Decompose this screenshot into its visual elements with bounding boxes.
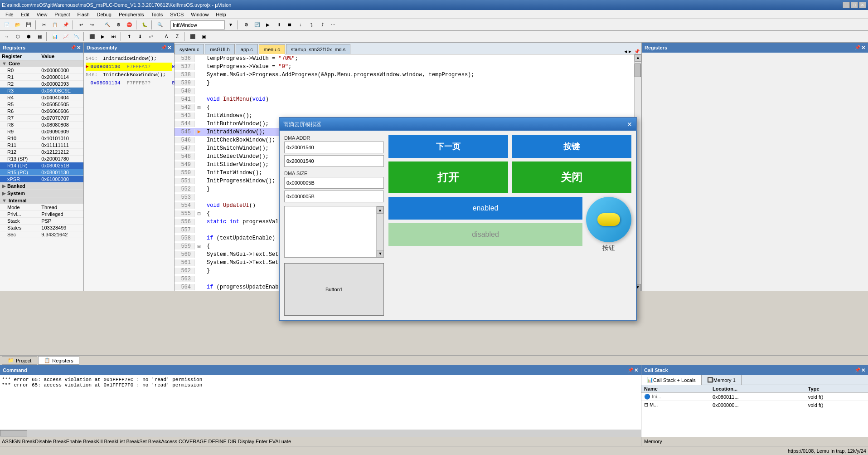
tab-app-c[interactable]: app.c: [236, 44, 258, 54]
scroll-thumb[interactable]: [635, 64, 641, 77]
tb2-13[interactable]: ⇄: [146, 32, 156, 41]
menu-edit[interactable]: Edit: [17, 11, 33, 18]
toggle-switch[interactable]: [586, 197, 631, 242]
right-panel-close[interactable]: ✕: [861, 45, 865, 51]
close-btn-sim[interactable]: 关闭: [512, 161, 631, 193]
tb-sep-2: [73, 20, 74, 29]
tb2-15[interactable]: Z: [172, 32, 182, 41]
tab-memory-1[interactable]: 🔲 Memory 1: [702, 375, 742, 385]
keys-btn[interactable]: 按键: [512, 135, 631, 158]
tb-open[interactable]: 📂: [13, 20, 23, 29]
right-panel-pin[interactable]: 📌: [855, 45, 860, 51]
sim-scroll-up[interactable]: ▲: [377, 206, 383, 214]
command-hscrollbar[interactable]: [0, 430, 641, 437]
tb2-1[interactable]: ↔: [2, 32, 12, 41]
tb-settings[interactable]: ⚙: [241, 20, 251, 29]
menu-flash[interactable]: Flash: [74, 11, 93, 18]
disabled-btn[interactable]: disabled: [388, 223, 582, 246]
tb2-17[interactable]: ▣: [199, 32, 209, 41]
sim-scroll-down[interactable]: ▼: [377, 250, 384, 257]
tb2-6[interactable]: 📈: [61, 32, 71, 41]
tb-new[interactable]: 📄: [2, 20, 12, 29]
menu-view[interactable]: View: [33, 11, 51, 18]
tb2-14[interactable]: A: [161, 32, 171, 41]
registers-pin-icon[interactable]: 📌: [70, 45, 76, 51]
menu-window[interactable]: Window: [187, 11, 212, 18]
next-page-btn[interactable]: 下一页: [388, 135, 508, 158]
tb2-4[interactable]: ▦: [34, 32, 44, 41]
tab-call-stack-locals[interactable]: 📊 Call Stack + Locals: [641, 375, 702, 385]
tb2-10[interactable]: ⏭: [109, 32, 119, 41]
dma-addr-input-1[interactable]: [284, 142, 384, 153]
menu-debug[interactable]: Debug: [93, 11, 115, 18]
command-pin[interactable]: 📌: [628, 367, 633, 373]
tb2-16[interactable]: ⬛: [188, 32, 198, 41]
tb-dropdown-arrow[interactable]: ▼: [226, 20, 236, 29]
tab-system-c[interactable]: system.c: [175, 44, 204, 54]
minimize-button[interactable]: _: [843, 2, 850, 8]
call-stack-close[interactable]: ✕: [861, 367, 865, 373]
open-btn[interactable]: 打开: [388, 161, 508, 193]
registers-close-icon[interactable]: ✕: [77, 45, 81, 51]
menu-svcs[interactable]: SVCS: [166, 11, 187, 18]
maximize-button[interactable]: □: [851, 2, 858, 8]
tb-pause[interactable]: ⏸: [274, 20, 284, 29]
menu-tools[interactable]: Tools: [148, 11, 167, 18]
menu-file[interactable]: File: [2, 11, 17, 18]
tb2-7[interactable]: 📉: [72, 32, 82, 41]
tab-menu-c[interactable]: menu.c: [259, 44, 285, 54]
tb2-3[interactable]: ⬢: [24, 32, 34, 41]
tab-msgui-h[interactable]: msGUI.h: [205, 44, 234, 54]
menu-help[interactable]: Help: [212, 11, 230, 18]
disassembly-pin[interactable]: 📌: [161, 45, 166, 51]
code-tabs-pin[interactable]: 📌: [634, 49, 640, 54]
code-tabs-scroll-right[interactable]: ►: [628, 49, 632, 54]
tb-stop2[interactable]: ⏹: [285, 20, 295, 29]
tb-refresh[interactable]: 🔄: [252, 20, 262, 29]
tb2-8[interactable]: ⬛: [87, 32, 97, 41]
tb-step-over[interactable]: ⤵: [306, 20, 316, 29]
dma-size-input-2[interactable]: [284, 191, 384, 202]
dma-addr-input-2[interactable]: [284, 155, 384, 167]
disassembly-close[interactable]: ✕: [167, 45, 171, 51]
tb2-12[interactable]: ⬇: [135, 32, 145, 41]
tb-function-dropdown[interactable]: InitWindow: [170, 20, 225, 29]
sim-text-scrollbar[interactable]: ▲ ▼: [376, 206, 383, 257]
command-title: Command: [3, 367, 27, 373]
tab-registers[interactable]: 📋 Registers: [38, 356, 79, 365]
tb2-5[interactable]: 📊: [50, 32, 60, 41]
enabled-btn[interactable]: enabled: [388, 197, 582, 220]
tb-build[interactable]: 🔨: [102, 20, 112, 29]
button1-btn[interactable]: Button1: [284, 263, 384, 316]
tb-cut[interactable]: ✂: [39, 20, 49, 29]
tb2-9[interactable]: ▶: [98, 32, 108, 41]
call-stack-pin[interactable]: 📌: [855, 367, 860, 373]
tab-startup[interactable]: startup_stm32f10x_md.s: [286, 44, 350, 54]
tb2-11[interactable]: ⬆: [124, 32, 134, 41]
command-hscroll-thumb[interactable]: [0, 430, 27, 436]
menu-peripherals[interactable]: Peripherals: [115, 11, 148, 18]
tb-debug[interactable]: 🐛: [140, 20, 150, 29]
simulator-close-btn[interactable]: ✕: [627, 121, 632, 128]
code-tabs-scroll-left[interactable]: ◄: [623, 49, 628, 54]
close-button[interactable]: ✕: [859, 2, 866, 8]
tb-more[interactable]: ⋯: [328, 20, 338, 29]
tb-stop[interactable]: ⛔: [124, 20, 134, 29]
command-close[interactable]: ✕: [634, 367, 638, 373]
right-panel-header: Registers 📌 ✕: [642, 43, 868, 53]
tb-copy[interactable]: 📋: [50, 20, 60, 29]
tb2-2[interactable]: ⬡: [13, 32, 23, 41]
menu-project[interactable]: Project: [51, 11, 73, 18]
tb-redo[interactable]: ↪: [87, 20, 97, 29]
tb-search[interactable]: 🔍: [155, 20, 165, 29]
tb-run[interactable]: ▶: [263, 20, 273, 29]
tb-undo[interactable]: ↩: [76, 20, 86, 29]
tb-save[interactable]: 💾: [24, 20, 34, 29]
tab-project[interactable]: 📁 Project: [2, 356, 37, 365]
scroll-up-btn[interactable]: ▲: [635, 54, 641, 62]
tb-build-all[interactable]: ⚙: [113, 20, 123, 29]
dma-size-input-1[interactable]: [284, 177, 384, 189]
tb-step[interactable]: ↓: [296, 20, 305, 29]
tb-step-out[interactable]: ⤴: [317, 20, 327, 29]
tb-paste[interactable]: 📌: [61, 20, 71, 29]
